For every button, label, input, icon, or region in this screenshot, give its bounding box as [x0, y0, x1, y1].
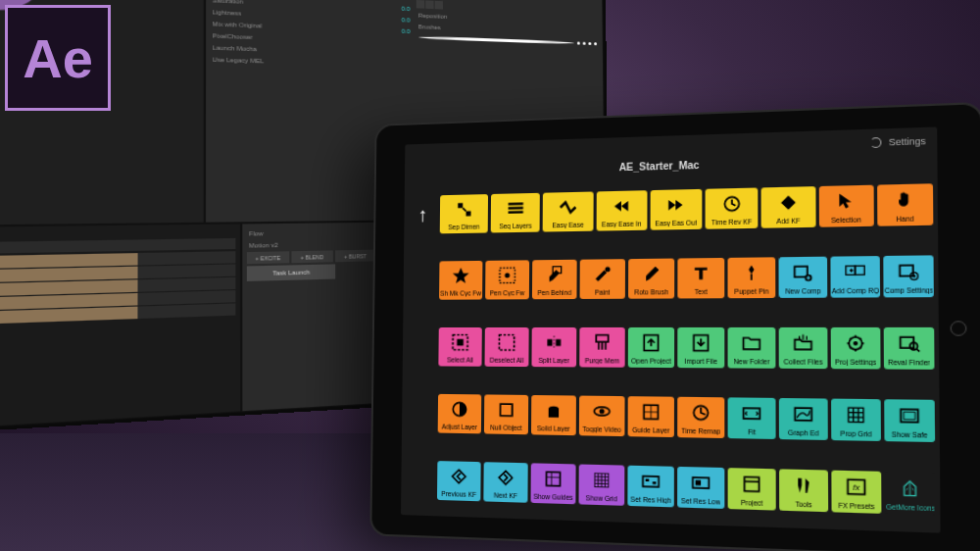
star-icon	[448, 264, 473, 287]
more-icon	[895, 475, 925, 501]
add-comp-rq-button[interactable]: Add Comp RQ	[830, 256, 880, 298]
svg-rect-60	[745, 476, 760, 491]
pin-icon	[737, 261, 765, 286]
purge-icon	[589, 330, 615, 355]
seq-layers-button[interactable]: Seq Layers	[491, 193, 540, 233]
button-label: Roto Brush	[634, 288, 668, 296]
button-label: Easy Ease	[552, 222, 583, 229]
safe-icon	[895, 402, 925, 428]
fx-val[interactable]: 0.0	[402, 5, 411, 12]
toolkit-button[interactable]: + BURST	[335, 250, 375, 263]
sep-dimen-button[interactable]: Sep Dimen	[440, 194, 489, 233]
back-arrow-icon[interactable]: ↑	[408, 196, 437, 235]
hand-button[interactable]: Hand	[877, 184, 933, 226]
svg-rect-2	[508, 203, 522, 206]
after-effects-logo: Ae	[5, 5, 111, 111]
button-label: Set Res Low	[681, 496, 720, 505]
puppet-pin-button[interactable]: Puppet Pin	[728, 258, 776, 299]
button-label: New Comp	[785, 287, 820, 295]
new-comp-button[interactable]: New Comp	[779, 257, 828, 298]
button-label: Seq Layers	[499, 223, 532, 230]
show-safe-button[interactable]: Show Safe	[884, 399, 935, 442]
button-label: Time Rev KF	[711, 219, 752, 226]
button-label: Previous KF	[441, 489, 476, 497]
button-label: Pen Behind	[537, 289, 571, 296]
sep-icon	[451, 198, 476, 223]
svg-rect-1	[466, 212, 470, 217]
deselect-all-button[interactable]: Deselect All	[485, 327, 529, 367]
selall-icon	[447, 330, 472, 354]
pen-behind-button[interactable]: Pen Behind	[532, 260, 577, 299]
adjust-layer-button[interactable]: Adjust Layer	[438, 394, 482, 433]
show-guides-button[interactable]: Show Guides	[531, 463, 576, 504]
fx-val[interactable]: 0.0	[402, 27, 411, 34]
previous-kf-button[interactable]: Previous KF	[437, 461, 481, 501]
proj-settings-button[interactable]: Proj Settings	[831, 327, 881, 370]
prevkf-icon	[446, 464, 471, 488]
easy-ease-button[interactable]: Easy Ease	[543, 192, 593, 232]
roto-brush-button[interactable]: Roto Brush	[628, 259, 674, 299]
button-label: Solid Layer	[537, 425, 570, 432]
roto-icon	[638, 262, 665, 286]
button-label: New Folder	[734, 358, 770, 366]
add-kf-button[interactable]: Add KF	[761, 187, 815, 229]
project-button[interactable]: Project	[728, 468, 776, 510]
new-folder-button[interactable]: New Folder	[728, 327, 776, 369]
comp-settings-button[interactable]: Comp Settings	[883, 256, 934, 298]
fx-presets-button[interactable]: fxFX Presets	[831, 470, 881, 513]
prop-grid-button[interactable]: Prop Grid	[831, 398, 881, 440]
import-icon	[687, 330, 714, 355]
getmore-icons-button[interactable]: GetMore Icons	[885, 471, 936, 515]
guides-icon	[540, 466, 566, 491]
paint-icon	[589, 263, 615, 287]
next-kf-button[interactable]: Next KF	[483, 462, 527, 503]
button-label: Proj Settings	[835, 358, 876, 366]
solid-layer-button[interactable]: Solid Layer	[531, 395, 576, 435]
svg-rect-22	[556, 339, 561, 346]
set-res-high-button[interactable]: Set Res High	[627, 465, 673, 507]
task-launch-button[interactable]: Task Launch	[247, 265, 335, 282]
select-all-button[interactable]: Select All	[438, 327, 481, 367]
import-file-button[interactable]: Import File	[677, 327, 724, 368]
purge-mem-button[interactable]: Purge Mem	[579, 327, 625, 368]
open-project-button[interactable]: Open Project	[628, 327, 674, 368]
collect-icon	[789, 330, 817, 356]
pen-cyc-fw-button[interactable]: Pen Cyc Fw	[485, 261, 529, 300]
svg-rect-56	[646, 478, 650, 481]
button-label: GetMore Icons	[886, 503, 934, 512]
settings-link[interactable]: Settings	[889, 136, 926, 148]
split-layer-button[interactable]: Split Layer	[531, 327, 576, 367]
fx-param: Use Legacy MEL	[213, 56, 408, 68]
time-rev-kf-button[interactable]: Time Rev KF	[706, 188, 759, 229]
collect-files-button[interactable]: Collect Files	[779, 327, 828, 369]
graph-ed-button[interactable]: Graph Ed	[779, 398, 828, 440]
refresh-icon[interactable]	[870, 137, 882, 148]
easy-eas-out-button[interactable]: Easy Eas Out	[650, 189, 702, 230]
button-label: Sh Mk Cyc Fw	[440, 290, 481, 297]
timeline-panel[interactable]: 20s	[0, 224, 241, 433]
guide-layer-button[interactable]: Guide Layer	[628, 396, 674, 437]
cursor-icon	[831, 189, 860, 215]
selection-button[interactable]: Selection	[818, 185, 873, 227]
set-res-low-button[interactable]: Set Res Low	[677, 466, 724, 508]
svg-rect-33	[501, 404, 513, 416]
null-icon	[493, 397, 519, 422]
reval-finder-button[interactable]: Reval Finder	[884, 327, 935, 370]
text-button[interactable]: Text	[677, 258, 724, 299]
penbehind-icon	[541, 263, 567, 287]
time-remap-button[interactable]: Time Remap	[677, 397, 724, 438]
button-label: Comp Settings	[885, 286, 933, 294]
toggle-video-button[interactable]: Toggle Video	[579, 395, 625, 436]
toolkit-button[interactable]: + EXCITE	[247, 252, 289, 265]
desall-icon	[494, 330, 520, 355]
easy-ease-in-button[interactable]: Easy Ease In	[596, 191, 647, 231]
fx-val[interactable]: 0.0	[402, 17, 411, 24]
paint-button[interactable]: Paint	[580, 259, 625, 299]
fit-button[interactable]: Fit	[728, 397, 776, 439]
null-object-button[interactable]: Null Object	[484, 394, 528, 434]
sh-mk-cyc-fw-button[interactable]: Sh Mk Cyc Fw	[439, 261, 482, 300]
tools-button[interactable]: Tools	[779, 469, 828, 512]
toolkit-button[interactable]: + BLEND	[291, 251, 332, 264]
show-grid-button[interactable]: Show Grid	[579, 464, 625, 505]
button-label: Split Layer	[538, 357, 569, 364]
